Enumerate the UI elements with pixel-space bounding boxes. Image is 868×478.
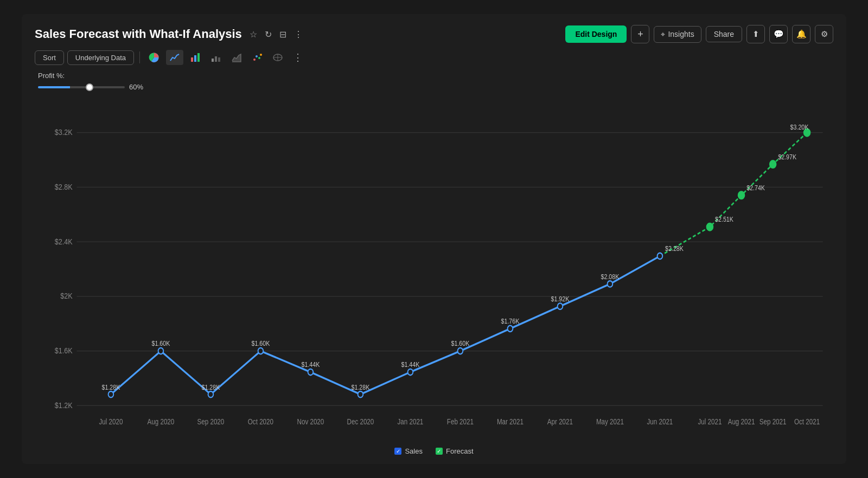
more-options-icon[interactable]: ⋮ [293, 28, 304, 41]
sales-point-aug2020[interactable] [158, 348, 164, 354]
svg-text:Sep 2020: Sep 2020 [197, 417, 225, 426]
svg-rect-4 [212, 59, 214, 62]
label-jul2021: $2.51K [715, 216, 733, 223]
upload-icon[interactable]: ⬆ [746, 25, 765, 43]
label-dec2020: $1.28K [352, 383, 370, 391]
sort-button[interactable]: Sort [35, 50, 64, 65]
legend: ✓ Sales ✓ Forecast [35, 447, 833, 455]
slider-section: Profit %: 60% [35, 72, 833, 91]
scatter-icon [252, 52, 263, 63]
label-aug2020: $1.60K [152, 340, 170, 347]
sales-point-jan2021[interactable] [408, 369, 413, 375]
legend-forecast[interactable]: ✓ Forecast [436, 447, 474, 455]
label-apr2021: $1.92K [551, 295, 570, 302]
sales-point-may2021[interactable] [608, 281, 613, 287]
line-icon [169, 52, 180, 63]
svg-rect-2 [194, 55, 196, 62]
sales-point-jul2020[interactable] [108, 391, 114, 397]
page-title: Sales Forecast with What-If Analysis [35, 27, 242, 41]
add-button[interactable]: + [631, 25, 649, 43]
main-container: Sales Forecast with What-If Analysis ☆ ↻… [22, 14, 846, 464]
insights-button[interactable]: ⌖ Insights [654, 26, 701, 43]
svg-text:Sep 2021: Sep 2021 [760, 417, 787, 426]
map-chart-button[interactable] [269, 50, 286, 65]
stacked-bar-icon [210, 52, 221, 63]
label-feb2021: $1.60K [451, 340, 470, 347]
forecast-point-sep2021[interactable] [770, 160, 776, 168]
sales-point-sep2020[interactable] [208, 391, 214, 397]
svg-point-9 [258, 57, 260, 59]
toolbar-divider [139, 51, 140, 63]
svg-point-10 [260, 54, 262, 56]
alert-icon[interactable]: 🔔 [792, 25, 810, 43]
svg-text:Oct 2021: Oct 2021 [794, 417, 820, 426]
line-chart-button[interactable] [166, 50, 183, 65]
profit-slider[interactable] [38, 86, 125, 88]
area-icon [231, 52, 242, 63]
svg-point-7 [253, 59, 256, 61]
sales-point-nov2020[interactable] [308, 369, 314, 375]
forecast-point-aug2021[interactable] [738, 191, 745, 199]
refresh-icon[interactable]: ↻ [264, 28, 273, 41]
scatter-chart-button[interactable] [248, 50, 266, 65]
star-icon[interactable]: ☆ [248, 28, 258, 41]
sales-point-dec2020[interactable] [358, 391, 363, 397]
header-right: Edit Design + ⌖ Insights Share ⬆ 💬 🔔 ⚙ [565, 25, 833, 43]
label-jun2021: $2.28K [665, 244, 684, 252]
bar-icon [190, 52, 201, 63]
save-icon[interactable]: ⊟ [278, 28, 288, 41]
slider-label: Profit %: [38, 72, 833, 80]
bar-chart-button[interactable] [187, 50, 204, 65]
sales-point-mar2021[interactable] [508, 326, 513, 332]
share-button[interactable]: Share [706, 26, 742, 42]
forecast-line [660, 133, 807, 256]
header: Sales Forecast with What-If Analysis ☆ ↻… [35, 25, 833, 43]
sales-point-apr2021[interactable] [558, 303, 563, 309]
pie-chart-button[interactable] [145, 50, 163, 65]
svg-text:Mar 2021: Mar 2021 [497, 417, 524, 426]
svg-text:Jan 2021: Jan 2021 [398, 417, 424, 426]
svg-text:$2.8K: $2.8K [55, 183, 73, 191]
svg-text:$2.4K: $2.4K [55, 237, 73, 246]
slider-value: 60% [129, 83, 143, 91]
edit-design-button[interactable]: Edit Design [565, 25, 627, 43]
label-sep2020: $1.28K [202, 383, 220, 391]
svg-text:Jul 2020: Jul 2020 [99, 417, 123, 426]
forecast-point-jul2021[interactable] [707, 223, 713, 231]
comment-icon[interactable]: 💬 [769, 25, 788, 43]
legend-sales[interactable]: ✓ Sales [394, 447, 423, 455]
sales-label: Sales [405, 447, 423, 455]
svg-text:May 2021: May 2021 [596, 417, 624, 426]
sales-point-oct2020[interactable] [258, 348, 264, 354]
label-may2021: $2.08K [601, 273, 620, 280]
settings-icon[interactable]: ⚙ [815, 25, 833, 43]
svg-text:Aug 2020: Aug 2020 [148, 417, 175, 426]
chart-svg: $3.2K $2.8K $2.4K $2K $1.6K $1.2K Jul 20… [35, 95, 833, 443]
header-icons: ☆ ↻ ⊟ ⋮ [248, 28, 304, 41]
svg-text:Jun 2021: Jun 2021 [647, 417, 673, 426]
svg-text:Dec 2020: Dec 2020 [347, 417, 374, 426]
stacked-bar-button[interactable] [207, 50, 225, 65]
label-oct2020: $1.60K [252, 340, 270, 347]
forecast-label: Forecast [446, 447, 474, 455]
svg-text:Feb 2021: Feb 2021 [447, 417, 474, 426]
sales-point-jun2021[interactable] [658, 253, 663, 259]
map-icon [272, 52, 283, 63]
area-chart-button[interactable] [228, 50, 245, 65]
insights-label: Insights [668, 30, 694, 38]
svg-text:$1.6K: $1.6K [55, 346, 73, 355]
label-aug2021: $2.74K [746, 184, 765, 191]
forecast-checkbox[interactable]: ✓ [436, 448, 443, 455]
toolbar: Sort Underlying Data [35, 50, 833, 65]
underlying-data-button[interactable]: Underlying Data [67, 50, 134, 65]
svg-text:$3.2K: $3.2K [55, 128, 73, 137]
svg-text:$1.2K: $1.2K [55, 401, 73, 410]
svg-text:Jul 2021: Jul 2021 [698, 417, 722, 426]
svg-text:Apr 2021: Apr 2021 [547, 417, 573, 426]
svg-rect-5 [215, 56, 217, 62]
sales-checkbox[interactable]: ✓ [394, 448, 401, 455]
sales-point-feb2021[interactable] [458, 348, 463, 354]
chart-area: $3.2K $2.8K $2.4K $2K $1.6K $1.2K Jul 20… [35, 95, 833, 443]
toolbar-more-button[interactable]: ⋮ [290, 50, 306, 64]
label-mar2021: $1.76K [501, 317, 520, 325]
